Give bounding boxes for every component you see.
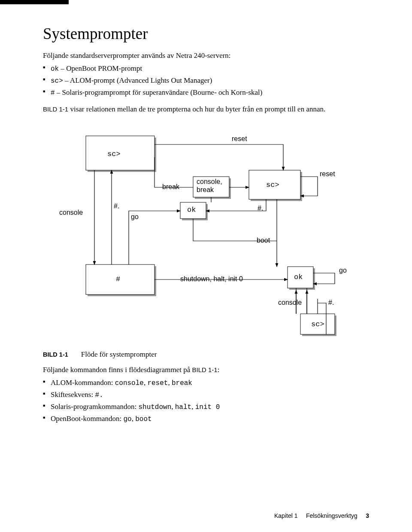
text: – Solaris-programprompt för superanvända… [55, 88, 263, 96]
list-item: OpenBoot-kommandon: go, boot [43, 413, 369, 424]
text: – OpenBoot PROM-prompt [59, 64, 142, 72]
text: Skiftesekvens: [51, 391, 95, 399]
text: visar relationen mellan de tre promptern… [68, 105, 325, 113]
list-item: # – Solaris-programprompt för superanvän… [43, 87, 369, 98]
fig-caption: Flöde för systemprompter [81, 350, 157, 359]
fig-tag: BILD 1-1 [43, 351, 68, 358]
box-ok: ok [187, 206, 196, 214]
relation-text: BILD 1-1 visar relationen mellan de tre … [43, 104, 369, 115]
footer-chapter: Kapitel 1 [274, 512, 297, 519]
footer-title: Felsökningsverktyg [306, 512, 357, 519]
code-hash: # [51, 89, 55, 97]
code-ok: ok [51, 65, 59, 73]
list-item: Solaris-programkommandon: shutdown, halt… [43, 401, 369, 412]
box-sc2: sc> [266, 181, 279, 189]
footer-page: 3 [366, 512, 369, 519]
label-boot: boot [257, 237, 270, 244]
commands-intro: Följande kommandon finns i flödesdiagram… [43, 365, 369, 376]
label-go2: go [339, 267, 347, 274]
page-title: Systemprompter [43, 24, 369, 43]
label-break: break [162, 183, 179, 191]
label-hashdot2: #. [258, 204, 263, 212]
code: reset [147, 379, 168, 387]
label-reset2: reset [320, 170, 335, 178]
label-console: console [59, 209, 83, 216]
text: , [171, 403, 175, 411]
commands-list: ALOM-kommandon: console, reset, break Sk… [43, 377, 369, 424]
text: , [168, 379, 172, 387]
code: halt [175, 403, 191, 411]
text: , [132, 415, 136, 423]
list-item: sc> – ALOM-prompt (Advanced Lights Out M… [43, 75, 369, 86]
text: Följande kommandon finns i flödesdiagram… [43, 366, 192, 374]
code: console [115, 379, 144, 387]
code-sc: sc> [51, 77, 63, 85]
label-console2: console [278, 299, 302, 307]
text: , [191, 403, 195, 411]
flow-diagram: sc> reset break console, break ok sc> re… [43, 127, 369, 342]
page-footer: Kapitel 1 Felsökningsverktyg 3 [274, 512, 369, 519]
code: shutdown [138, 403, 171, 411]
code: init 0 [195, 403, 220, 411]
list-item: ALOM-kommandon: console, reset, break [43, 377, 369, 388]
text: OpenBoot-kommandon: [51, 415, 124, 423]
intro-text: Följande standardserverprompter används … [43, 51, 369, 61]
prompt-list: ok – OpenBoot PROM-prompt sc> – ALOM-pro… [43, 63, 369, 98]
code: break [172, 379, 192, 387]
code: #. [95, 391, 103, 399]
text: – ALOM-prompt (Advanced Lights Out Manag… [63, 76, 212, 84]
text: : [218, 366, 220, 374]
box-hash: # [116, 275, 120, 283]
label-reset: reset [232, 135, 247, 143]
list-item: Skiftesekvens: #. [43, 389, 369, 400]
list-item: ok – OpenBoot PROM-prompt [43, 63, 369, 74]
fig-ref: BILD 1-1 [43, 105, 68, 113]
label-hashdot3: #. [328, 299, 334, 307]
box-ok2: ok [294, 273, 303, 281]
header-bar [0, 0, 69, 4]
label-go: go [131, 213, 139, 221]
code: go [124, 415, 132, 423]
box-sc: sc> [107, 150, 121, 158]
label-shutdown: shutdown, halt, init 0 [180, 275, 243, 283]
label-hashdot: #. [114, 202, 119, 210]
code: boot [135, 415, 151, 423]
text: ALOM-kommandon: [51, 379, 115, 387]
box-sc3: sc> [311, 320, 324, 328]
text: Solaris-programkommandon: [51, 403, 138, 411]
fig-ref2: BILD 1-1 [192, 366, 218, 373]
label-console-break: console, break [197, 178, 222, 194]
